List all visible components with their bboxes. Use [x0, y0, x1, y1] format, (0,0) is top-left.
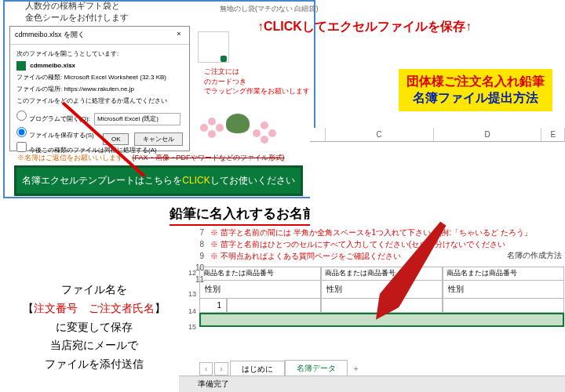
green-download-bar[interactable]: 名簿エクセルテンプレートはこちらをCLICKしてお使いください [14, 165, 303, 196]
tab-next[interactable]: › [214, 362, 228, 376]
yellow-line2: 名簿ファイル提出方法 [406, 90, 545, 107]
header-cell-2: 商品名または商品番号 [321, 267, 443, 281]
tab-add[interactable]: + [348, 362, 365, 376]
note-8: ※ 苗字と名前はひとつのセルにすべて入力してください(セルを分けないでください [210, 238, 505, 250]
open-with-select[interactable]: Microsoft Excel (既定) [94, 113, 180, 125]
cancel-button[interactable]: キャンセル [134, 132, 183, 146]
yellow-title-box: 団体様ご注文名入れ鉛筆 名簿ファイル提出方法 [399, 69, 552, 111]
top-small-text: 無地のし袋(マチのない 白細袋) [220, 4, 319, 14]
tab-hajimeni[interactable]: はじめに [230, 361, 285, 377]
gender-cell-3[interactable]: 性別 [443, 281, 564, 299]
dialog-action-q: このファイルをどのように処理するか選んでください [16, 96, 183, 106]
instr-line1: ファイル名を [16, 281, 173, 299]
status-bar: 準備完了 [179, 376, 565, 392]
spreadsheet-lower: 12 商品名または商品番号 商品名または商品番号 商品名または商品番号 13 性… [179, 267, 565, 327]
strikethrough-text: (FAX・画像・PDFやワードなどのファイル形式) [133, 154, 285, 162]
excel-icon [16, 61, 26, 71]
active-row-15[interactable] [199, 313, 564, 327]
ok-button[interactable]: OK [103, 133, 129, 145]
cell-14-1[interactable]: 1 [199, 299, 227, 313]
bird-icon [226, 114, 250, 133]
col-c-header: C [326, 128, 434, 141]
promo-line1: 人数分の桜柄ギフト袋と [25, 0, 129, 12]
click-save-banner: ↑CLICKしてエクセルファイルを保存↑ [257, 19, 472, 35]
note-9: ※ 不明点あればよくある質問ページをご確認ください [210, 250, 401, 262]
close-icon[interactable]: × [173, 30, 184, 41]
flower-left-icon [200, 118, 228, 141]
open-with-radio[interactable]: プログラムで開く(O): Microsoft Excel (既定) [16, 111, 183, 125]
pdf-note-row: ※名簿はご返信をお願いいします。 (FAX・画像・PDFやワードなどのファイル形… [17, 153, 285, 163]
file-open-dialog: cdmmeibo.xlsx を開く × 次のファイルを開こうとしています: cd… [9, 26, 190, 151]
illust-line3: でラッピング作業をお願いします [204, 86, 310, 96]
instr-line2: 【注文番号 ご注文者氏名】 [16, 299, 173, 318]
dialog-prompt: 次のファイルを開こうとしています: [16, 49, 183, 59]
col-e-header: E [541, 128, 565, 141]
left-instructions: ファイル名を 【注文番号 ご注文者氏名】 に変更して保存 当店宛にメールで ファ… [16, 281, 173, 374]
dialog-filetype: ファイルの種類: Microsoft Excel Worksheet (32.3… [16, 73, 183, 82]
instr-line5: ファイルを添付送信 [16, 355, 173, 374]
tab-prev[interactable]: ‹ [199, 362, 213, 376]
top-promo-text: 人数分の桜柄ギフト袋と 金色シールをお付けします [25, 0, 129, 24]
illustration-area: ご注文には のカードつき でラッピング作業をお願いします [196, 39, 314, 157]
instr-line3: に変更して保存 [16, 318, 173, 337]
col-blank [310, 128, 326, 141]
illust-line1: ご注文には [204, 67, 310, 77]
note-7: ※ 苗字と名前の間には 半角か全角スペースを1つ入れて下さい。(例:「ちゃいるど… [210, 227, 532, 238]
dialog-location: ファイルの場所: https://www.rakuten.ne.jp [16, 85, 183, 94]
yellow-line1: 団体様ご注文名入れ鉛筆 [406, 74, 545, 90]
gender-cell-1[interactable]: 性別 [199, 281, 321, 299]
header-cell-1: 商品名または商品番号 [199, 267, 321, 281]
dialog-title-text: cdmmeibo.xlsx を開く [15, 30, 85, 41]
gender-cell-2[interactable]: 性別 [321, 281, 443, 299]
right-side-note: 名簿の作成方法 [507, 250, 562, 261]
illust-line2: のカードつき [204, 77, 310, 87]
col-d-header: D [434, 128, 542, 141]
dialog-filename: cdmmeibo.xlsx [30, 62, 75, 69]
instr-line4: 当店宛にメールで [16, 336, 173, 355]
promo-line2: 金色シールをお付けします [25, 12, 129, 24]
flower-right-icon [251, 122, 282, 145]
header-cell-3: 商品名または商品番号 [443, 267, 564, 281]
